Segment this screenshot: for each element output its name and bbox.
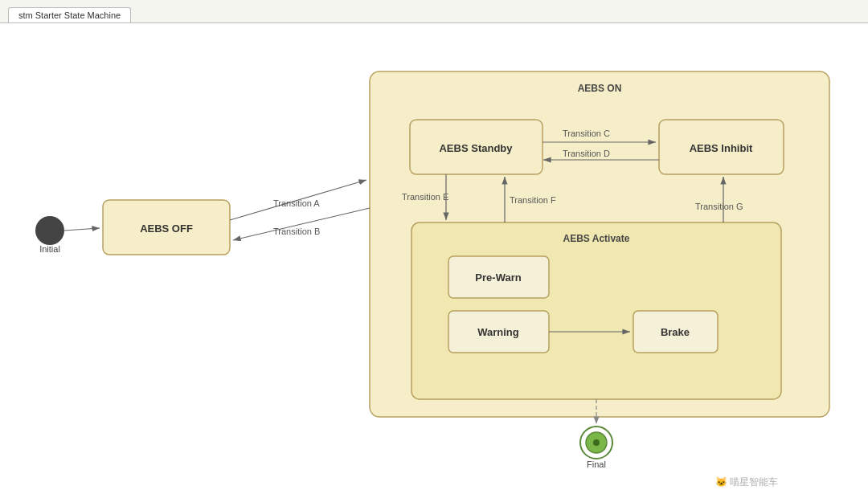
initial-to-aebs-off-arrow — [64, 228, 100, 231]
transition-b-label: Transition B — [273, 227, 320, 236]
diagram-area: AEBS ON AEBS Standby AEBS Inhibit AEBS A… — [0, 22, 868, 494]
transition-d-label: Transition D — [563, 149, 610, 158]
final-label: Final — [587, 459, 606, 469]
transition-a-label: Transition A — [273, 198, 320, 208]
aebs-inhibit-label: AEBS Inhibit — [690, 142, 753, 154]
brake-label: Brake — [661, 326, 690, 338]
pre-warn-label: Pre-Warn — [475, 271, 521, 284]
aebs-standby-label: AEBS Standby — [439, 142, 513, 154]
aebs-on-label: AEBS ON — [578, 83, 622, 94]
state-machine-diagram: AEBS ON AEBS Standby AEBS Inhibit AEBS A… — [0, 23, 868, 494]
initial-state — [35, 216, 64, 245]
tab-label: stm Starter State Machine — [18, 10, 121, 20]
transition-c-label: Transition C — [563, 129, 610, 138]
tab-bar: stm Starter State Machine — [0, 0, 131, 22]
final-state-dot — [593, 439, 600, 446]
transition-e-label: Transition E — [402, 192, 448, 202]
warning-label: Warning — [477, 326, 519, 338]
transition-g-label: Transition G — [695, 202, 743, 211]
transition-f-label: Transition F — [510, 195, 556, 205]
aebs-off-label: AEBS OFF — [140, 223, 193, 235]
watermark: 🐱 喵星智能车 — [715, 476, 778, 488]
tab-starter-state-machine[interactable]: stm Starter State Machine — [8, 7, 131, 22]
initial-label: Initial — [39, 244, 60, 254]
aebs-activate-label: AEBS Activate — [563, 233, 630, 244]
